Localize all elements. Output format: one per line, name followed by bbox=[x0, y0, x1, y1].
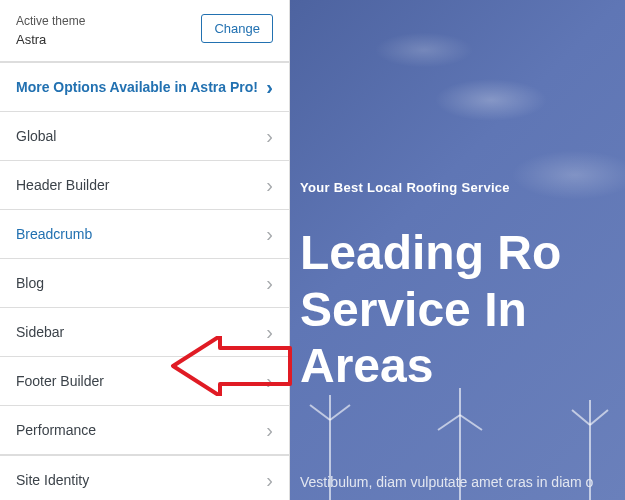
hero-headline: Leading Ro Service In Areas bbox=[300, 225, 561, 395]
promo-astra-pro[interactable]: More Options Available in Astra Pro! › bbox=[0, 62, 289, 111]
chevron-right-icon: › bbox=[266, 470, 273, 490]
chevron-right-icon: › bbox=[266, 224, 273, 244]
active-theme-name: Astra bbox=[16, 32, 85, 47]
promo-label: More Options Available in Astra Pro! bbox=[16, 79, 258, 95]
chevron-right-icon: › bbox=[266, 273, 273, 293]
hero-text: Your Best Local Roofing Service Leading … bbox=[300, 180, 561, 395]
menu-sidebar[interactable]: Sidebar › bbox=[0, 307, 289, 356]
theme-info: Active theme Astra bbox=[16, 14, 85, 47]
active-theme-block: Active theme Astra Change bbox=[0, 0, 289, 62]
chevron-right-icon: › bbox=[266, 322, 273, 342]
customizer-sidebar: Active theme Astra Change More Options A… bbox=[0, 0, 290, 500]
menu-blog[interactable]: Blog › bbox=[0, 258, 289, 307]
menu-header-builder[interactable]: Header Builder › bbox=[0, 160, 289, 209]
change-theme-button[interactable]: Change bbox=[201, 14, 273, 43]
chevron-right-icon: › bbox=[266, 175, 273, 195]
menu-label: Site Identity bbox=[16, 472, 89, 488]
menu-label: Sidebar bbox=[16, 324, 64, 340]
menu-label: Footer Builder bbox=[16, 373, 104, 389]
menu-performance[interactable]: Performance › bbox=[0, 405, 289, 454]
menu-footer-builder[interactable]: Footer Builder › bbox=[0, 356, 289, 405]
hero-tagline: Your Best Local Roofing Service bbox=[300, 180, 561, 195]
menu-label: Header Builder bbox=[16, 177, 109, 193]
menu-label: Blog bbox=[16, 275, 44, 291]
menu-label: Global bbox=[16, 128, 56, 144]
hero-subtext: Vestibulum, diam vulputate amet cras in … bbox=[300, 474, 593, 490]
site-preview: Your Best Local Roofing Service Leading … bbox=[290, 0, 625, 500]
menu-global[interactable]: Global › bbox=[0, 111, 289, 160]
menu-breadcrumb[interactable]: Breadcrumb › bbox=[0, 209, 289, 258]
active-theme-label: Active theme bbox=[16, 14, 85, 28]
chevron-right-icon: › bbox=[266, 420, 273, 440]
menu-site-identity[interactable]: Site Identity › bbox=[0, 455, 289, 500]
chevron-right-icon: › bbox=[266, 77, 273, 97]
chevron-right-icon: › bbox=[266, 371, 273, 391]
chevron-right-icon: › bbox=[266, 126, 273, 146]
menu-label: Breadcrumb bbox=[16, 226, 92, 242]
menu-label: Performance bbox=[16, 422, 96, 438]
